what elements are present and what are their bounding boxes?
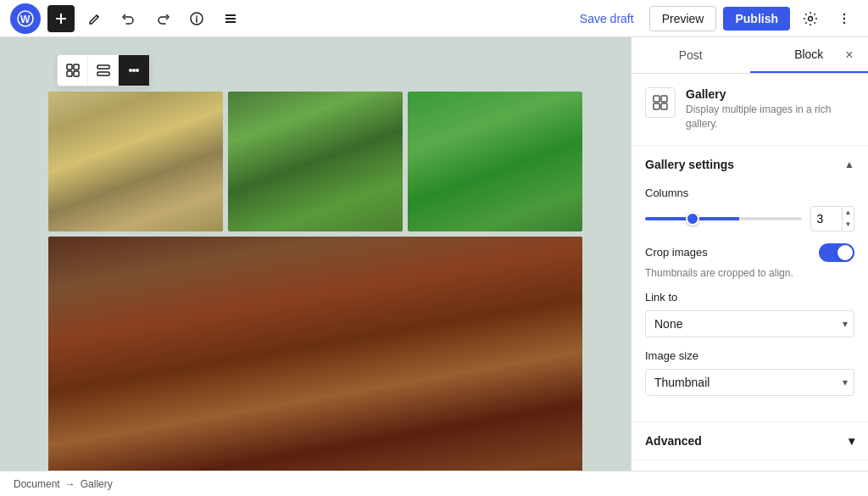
gallery-block: [48, 92, 582, 471]
close-sidebar-button[interactable]: ×: [834, 40, 865, 70]
collapse-icon: ▲: [844, 159, 854, 170]
save-draft-button[interactable]: Save draft: [571, 7, 643, 31]
crop-images-toggle[interactable]: [819, 243, 854, 262]
add-block-button[interactable]: [47, 5, 75, 32]
columns-value-input[interactable]: [811, 207, 842, 231]
svg-point-16: [129, 69, 132, 72]
svg-rect-22: [661, 103, 667, 109]
block-info-text: Gallery Display multiple images in a ric…: [686, 87, 854, 131]
breadcrumb-arrow-icon: →: [65, 478, 75, 490]
block-title: Gallery: [686, 87, 854, 101]
toggle-knob: [837, 245, 853, 260]
advanced-label: Advanced: [645, 434, 702, 448]
publish-button[interactable]: Publish: [723, 7, 790, 31]
undo-button[interactable]: [115, 5, 142, 32]
svg-rect-4: [225, 18, 236, 20]
columns-increment[interactable]: ▲: [843, 207, 854, 219]
gallery-view-btn-1[interactable]: [58, 55, 88, 86]
svg-rect-19: [654, 96, 659, 102]
link-to-select[interactable]: None Media File Attachment Page: [645, 310, 854, 337]
columns-label: Columns: [645, 187, 854, 199]
svg-point-9: [843, 21, 845, 23]
block-info: Gallery Display multiple images in a ric…: [632, 74, 868, 146]
toolbar: W Save draft Preview Publish: [0, 0, 868, 37]
gallery-view-btn-3[interactable]: [119, 55, 149, 86]
columns-setting: Columns ▲ ▼: [645, 187, 854, 231]
image-size-setting: Image size Thumbnail Medium Large Full S…: [645, 349, 854, 396]
gallery-settings-header[interactable]: Gallery settings ▲: [632, 146, 868, 183]
gallery-settings-section: Gallery settings ▲ Columns ▲ ▼: [632, 146, 868, 422]
svg-rect-13: [74, 71, 79, 76]
gallery-image-2[interactable]: [228, 92, 403, 231]
svg-point-8: [843, 17, 845, 19]
preview-button[interactable]: Preview: [649, 6, 717, 31]
columns-slider-row: ▲ ▼: [645, 206, 854, 231]
svg-point-6: [809, 16, 813, 20]
svg-point-17: [132, 69, 136, 72]
image-size-label: Image size: [645, 349, 854, 362]
redo-button[interactable]: [149, 5, 176, 32]
gallery-block-icon: [645, 87, 676, 118]
tab-post[interactable]: Post: [632, 38, 750, 72]
svg-rect-5: [225, 21, 236, 23]
info-button[interactable]: [183, 5, 210, 32]
settings-button[interactable]: [797, 5, 824, 32]
breadcrumb-gallery[interactable]: Gallery: [81, 478, 113, 490]
gallery-image-1[interactable]: [48, 92, 223, 231]
gallery-view-btn-2[interactable]: [88, 55, 119, 86]
image-size-select[interactable]: Thumbnail Medium Large Full Size: [645, 369, 854, 396]
svg-text:W: W: [20, 14, 31, 25]
svg-point-7: [843, 13, 845, 14]
link-to-label: Link to: [645, 291, 854, 304]
block-toolbar: [57, 54, 150, 86]
columns-arrows: ▲ ▼: [842, 207, 854, 231]
gallery-row-1: [48, 92, 582, 231]
svg-rect-11: [74, 64, 79, 70]
svg-point-18: [136, 69, 139, 72]
advanced-section: Advanced ▾: [632, 422, 868, 460]
svg-rect-12: [67, 71, 72, 76]
gallery-settings-label: Gallery settings: [645, 158, 734, 171]
toolbar-right: Save draft Preview Publish: [571, 5, 858, 32]
columns-number-input: ▲ ▼: [810, 206, 854, 231]
svg-rect-14: [97, 65, 109, 69]
sidebar: Post Block × Gallery Display multiple im…: [631, 37, 868, 471]
toolbar-left: W: [10, 3, 244, 34]
list-view-button[interactable]: [217, 5, 244, 32]
gallery-image-4[interactable]: [48, 237, 582, 471]
gallery-image-3[interactable]: [408, 92, 582, 231]
svg-rect-21: [654, 103, 659, 109]
editor-canvas: [0, 37, 631, 471]
advanced-chevron-icon: ▾: [849, 434, 854, 448]
svg-rect-3: [225, 14, 236, 16]
pencil-tool-button[interactable]: [81, 5, 108, 32]
more-options-button[interactable]: [831, 5, 858, 32]
breadcrumb: Document → Gallery: [0, 471, 868, 496]
image-size-select-wrap: Thumbnail Medium Large Full Size ▾: [645, 369, 854, 396]
link-to-select-wrap: None Media File Attachment Page ▾: [645, 310, 854, 337]
block-description: Display multiple images in a rich galler…: [686, 103, 854, 131]
columns-decrement[interactable]: ▼: [843, 219, 854, 231]
columns-slider[interactable]: [645, 217, 802, 220]
wp-logo-icon: W: [10, 3, 41, 34]
svg-rect-10: [67, 64, 72, 70]
link-to-setting: Link to None Media File Attachment Page …: [645, 291, 854, 337]
crop-images-row: Crop images: [645, 243, 854, 262]
svg-rect-15: [97, 72, 109, 75]
gallery-settings-body: Columns ▲ ▼ Crop images: [632, 183, 868, 421]
breadcrumb-document[interactable]: Document: [14, 478, 60, 490]
sidebar-header: Post Block ×: [632, 37, 868, 74]
editor-content: [48, 54, 582, 471]
crop-hint: Thumbnails are cropped to align.: [645, 267, 854, 279]
advanced-header[interactable]: Advanced ▾: [632, 422, 868, 460]
main-area: Post Block × Gallery Display multiple im…: [0, 37, 868, 471]
svg-rect-20: [661, 96, 667, 102]
crop-images-label: Crop images: [645, 246, 708, 259]
